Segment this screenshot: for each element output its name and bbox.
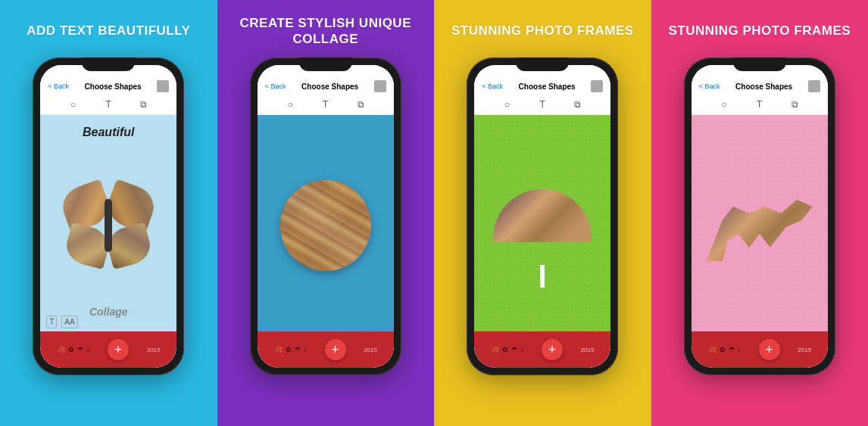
phone-4: < Back Choose Shapes ○ T ⧉ 🍂 ✿ ☂ ♪	[684, 58, 835, 375]
phone-3-notch	[516, 58, 569, 71]
phone-1-notch	[82, 58, 135, 71]
panel-add-text: Add Text Beautifully < Back Choose Shape…	[0, 0, 217, 426]
umbrella-handle	[540, 265, 545, 288]
panel-4-title: Stunning Photo Frames	[668, 14, 851, 48]
year-3: 2015	[581, 347, 595, 353]
panel-collage: Create Stylish Unique Collage < Back Cho…	[217, 0, 435, 426]
p1-bg: Beautiful Collage T AA	[40, 115, 176, 331]
copy-tool-icon-4[interactable]: ⧉	[788, 98, 801, 111]
bottom-icon-flower-3: ✿	[502, 346, 508, 353]
bottom-icon-leaf-2: 🍂	[274, 346, 283, 353]
phone-4-content	[692, 115, 828, 331]
copy-icon-3	[591, 80, 603, 92]
bottom-icon-leaf-4: 🍂	[708, 346, 717, 353]
butterfly-shape	[55, 185, 161, 269]
bottom-icon-leaf: 🍂	[57, 346, 65, 353]
phone-2-bottom: 🍂 ✿ ☂ ♪ + 2015	[258, 331, 394, 368]
back-button-1[interactable]: < Back	[48, 82, 69, 90]
panel-3-title: Stunning Photo Frames	[451, 14, 634, 48]
back-button-3[interactable]: < Back	[482, 82, 503, 90]
phone-4-inner: < Back Choose Shapes ○ T ⧉ 🍂 ✿ ☂ ♪	[692, 65, 828, 368]
bottom-icons-4: 🍂 ✿ ☂ ♪	[708, 346, 742, 353]
bottom-icon-umbrella-2: ☂	[295, 346, 301, 353]
bottom-icon-flower-2: ✿	[286, 346, 292, 353]
copy-tool-icon-1[interactable]: ⧉	[137, 98, 151, 111]
back-button-2[interactable]: < Back	[265, 82, 286, 90]
p3-bg	[474, 115, 610, 331]
bottom-icon-flower: ✿	[68, 346, 74, 353]
phone-1: < Back Choose Shapes ○ T ⧉ Beautiful	[33, 58, 184, 375]
phone-2: < Back Choose Shapes ○ T ⧉ 🍂 ✿	[250, 58, 401, 375]
copy-icon-4	[808, 80, 820, 92]
plus-button-2[interactable]: +	[325, 339, 346, 360]
copy-tool-icon-2[interactable]: ⧉	[354, 98, 367, 111]
text-beautiful: Beautiful	[40, 126, 176, 139]
phone-4-toolbar: ○ T ⧉	[692, 94, 828, 115]
plus-button-4[interactable]: +	[759, 339, 780, 360]
phone-3-inner: < Back Choose Shapes ○ T ⧉ 🍂	[474, 65, 610, 368]
panel-frames-1: Stunning Photo Frames < Back Choose Shap…	[434, 0, 651, 426]
bottom-icon-note-4: ♪	[738, 346, 742, 353]
plus-button-3[interactable]: +	[542, 339, 563, 360]
copy-tool-icon-3[interactable]: ⧉	[571, 98, 585, 111]
bottom-icons-2: 🍂 ✿ ☂ ♪	[274, 346, 308, 353]
bottom-icon-umbrella-4: ☂	[729, 346, 735, 353]
umbrella-shape	[493, 189, 592, 265]
butterfly-body	[105, 199, 112, 252]
umbrella-top	[493, 189, 592, 242]
p2-bg	[258, 115, 394, 331]
text-icon-3[interactable]: T	[535, 98, 549, 111]
phone-1-toolbar: ○ T ⧉	[40, 94, 176, 115]
bottom-icon-note: ♪	[86, 346, 90, 353]
topbar-title-1: Choose Shapes	[85, 82, 142, 91]
shape-icon-1[interactable]: ○	[67, 98, 80, 111]
shape-icon-4[interactable]: ○	[717, 98, 731, 111]
p1-tools: T AA	[46, 316, 77, 328]
copy-icon-1	[157, 80, 169, 92]
topbar-title-3: Choose Shapes	[519, 82, 576, 91]
dog-shape	[707, 193, 813, 261]
panel-2-title: Create Stylish Unique Collage	[226, 14, 426, 48]
bottom-icon-note-2: ♪	[304, 346, 308, 353]
bottom-icon-leaf-3: 🍂	[491, 346, 499, 353]
phone-3-toolbar: ○ T ⧉	[474, 94, 610, 115]
topbar-title-2: Choose Shapes	[301, 82, 358, 91]
phone-1-bottom: 🍂 ✿ ☂ ♪ + 2015	[40, 331, 176, 368]
text-icon-1[interactable]: T	[101, 98, 115, 111]
year-4: 2015	[798, 347, 811, 353]
bottom-icon-flower-4: ✿	[720, 346, 726, 353]
phone-2-toolbar: ○ T ⧉	[258, 94, 394, 115]
text-icon-4[interactable]: T	[753, 98, 767, 111]
phone-3-bottom: 🍂 ✿ ☂ ♪ + 2015	[474, 331, 610, 368]
back-button-4[interactable]: < Back	[699, 82, 720, 90]
bottom-icon-umbrella-3: ☂	[511, 346, 517, 353]
bottom-icons-1: 🍂 ✿ ☂ ♪	[57, 346, 90, 353]
phone-1-content: Beautiful Collage T AA	[40, 115, 176, 331]
phone-2-inner: < Back Choose Shapes ○ T ⧉ 🍂 ✿	[258, 65, 394, 368]
panel-frames-2: Stunning Photo Frames < Back Choose Shap…	[651, 0, 869, 426]
tool-text-icon[interactable]: T	[46, 316, 57, 328]
plus-button-1[interactable]: +	[108, 339, 129, 360]
shape-icon-3[interactable]: ○	[501, 98, 514, 111]
circle-collage	[280, 180, 371, 271]
topbar-title-4: Choose Shapes	[735, 82, 792, 91]
phone-2-notch	[299, 58, 352, 71]
tool-aa-icon[interactable]: AA	[61, 316, 77, 328]
phone-2-content	[258, 115, 394, 331]
phone-3-content	[474, 115, 610, 331]
panel-1-title: Add Text Beautifully	[27, 14, 190, 48]
circle-collage-inner	[280, 180, 371, 271]
bottom-icons-3: 🍂 ✿ ☂ ♪	[491, 346, 524, 353]
year-2: 2015	[364, 347, 377, 353]
shape-icon-2[interactable]: ○	[283, 98, 297, 111]
phone-4-notch	[733, 58, 786, 71]
year-1: 2015	[147, 347, 161, 353]
copy-icon-2	[374, 80, 386, 92]
phone-3: < Back Choose Shapes ○ T ⧉ 🍂	[467, 58, 618, 375]
phone-4-bottom: 🍂 ✿ ☂ ♪ + 2015	[692, 331, 828, 368]
text-icon-2[interactable]: T	[319, 98, 333, 111]
bottom-icon-note-3: ♪	[520, 346, 524, 353]
p4-bg	[692, 115, 828, 331]
bottom-icon-umbrella: ☂	[77, 346, 83, 353]
phone-1-inner: < Back Choose Shapes ○ T ⧉ Beautiful	[40, 65, 176, 368]
